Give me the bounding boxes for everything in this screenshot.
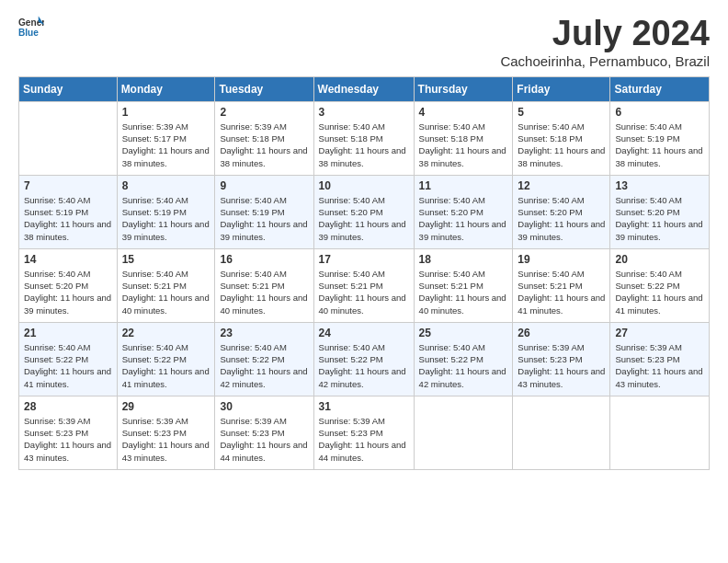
sunrise-text: Sunrise: 5:40 AM bbox=[220, 342, 286, 352]
calendar-cell bbox=[19, 101, 118, 175]
daylight-text: Daylight: 11 hours and 39 minutes. bbox=[615, 219, 702, 241]
sunset-text: Sunset: 5:18 PM bbox=[319, 133, 383, 144]
day-number: 14 bbox=[24, 253, 112, 266]
day-number: 11 bbox=[419, 179, 508, 192]
sunrise-text: Sunrise: 5:40 AM bbox=[419, 121, 485, 132]
calendar-cell: 6 Sunrise: 5:40 AM Sunset: 5:19 PM Dayli… bbox=[610, 101, 710, 175]
daylight-text: Daylight: 11 hours and 41 minutes. bbox=[615, 293, 702, 315]
day-number: 12 bbox=[518, 179, 605, 192]
sunrise-text: Sunrise: 5:40 AM bbox=[319, 269, 385, 279]
day-info: Sunrise: 5:39 AM Sunset: 5:17 PM Dayligh… bbox=[122, 121, 210, 169]
sunset-text: Sunset: 5:22 PM bbox=[419, 354, 483, 364]
sunset-text: Sunset: 5:21 PM bbox=[122, 281, 187, 291]
day-number: 21 bbox=[24, 327, 112, 339]
daylight-text: Daylight: 11 hours and 39 minutes. bbox=[24, 293, 111, 315]
sunset-text: Sunset: 5:22 PM bbox=[319, 354, 383, 364]
daylight-text: Daylight: 11 hours and 42 minutes. bbox=[419, 366, 506, 388]
sunset-text: Sunset: 5:23 PM bbox=[615, 354, 679, 364]
calendar-cell: 9 Sunrise: 5:40 AM Sunset: 5:19 PM Dayli… bbox=[215, 175, 313, 248]
day-info: Sunrise: 5:39 AM Sunset: 5:23 PM Dayligh… bbox=[518, 341, 605, 390]
day-info: Sunrise: 5:39 AM Sunset: 5:23 PM Dayligh… bbox=[615, 341, 704, 390]
daylight-text: Daylight: 11 hours and 41 minutes. bbox=[122, 366, 210, 388]
logo: General Blue bbox=[18, 15, 44, 40]
calendar-cell: 5 Sunrise: 5:40 AM Sunset: 5:18 PM Dayli… bbox=[513, 101, 610, 175]
sunset-text: Sunset: 5:18 PM bbox=[419, 133, 483, 144]
sunset-text: Sunset: 5:23 PM bbox=[122, 428, 187, 438]
col-friday: Friday bbox=[513, 76, 610, 101]
daylight-text: Daylight: 11 hours and 38 minutes. bbox=[518, 145, 605, 167]
sunrise-text: Sunrise: 5:39 AM bbox=[220, 416, 286, 426]
sunrise-text: Sunrise: 5:39 AM bbox=[122, 121, 188, 132]
sunrise-text: Sunrise: 5:40 AM bbox=[24, 269, 90, 279]
day-number: 23 bbox=[220, 327, 308, 339]
daylight-text: Daylight: 11 hours and 43 minutes. bbox=[518, 366, 605, 388]
sunrise-text: Sunrise: 5:40 AM bbox=[24, 342, 90, 352]
sunset-text: Sunset: 5:22 PM bbox=[615, 281, 679, 291]
day-number: 26 bbox=[518, 327, 605, 339]
daylight-text: Daylight: 11 hours and 44 minutes. bbox=[220, 440, 307, 462]
day-info: Sunrise: 5:40 AM Sunset: 5:18 PM Dayligh… bbox=[518, 121, 605, 169]
day-number: 9 bbox=[220, 179, 308, 192]
calendar-cell: 17 Sunrise: 5:40 AM Sunset: 5:21 PM Dayl… bbox=[313, 248, 414, 322]
day-number: 19 bbox=[518, 253, 605, 266]
daylight-text: Daylight: 11 hours and 38 minutes. bbox=[319, 145, 406, 167]
day-info: Sunrise: 5:40 AM Sunset: 5:21 PM Dayligh… bbox=[122, 268, 210, 316]
sunset-text: Sunset: 5:21 PM bbox=[319, 281, 383, 291]
sunset-text: Sunset: 5:18 PM bbox=[518, 133, 582, 144]
sunrise-text: Sunrise: 5:39 AM bbox=[220, 121, 286, 132]
sunrise-text: Sunrise: 5:40 AM bbox=[319, 342, 385, 352]
calendar-cell: 26 Sunrise: 5:39 AM Sunset: 5:23 PM Dayl… bbox=[513, 322, 610, 396]
day-info: Sunrise: 5:40 AM Sunset: 5:22 PM Dayligh… bbox=[615, 268, 704, 316]
daylight-text: Daylight: 11 hours and 41 minutes. bbox=[24, 366, 111, 388]
sunset-text: Sunset: 5:21 PM bbox=[518, 281, 582, 291]
sunset-text: Sunset: 5:22 PM bbox=[220, 354, 284, 364]
daylight-text: Daylight: 11 hours and 39 minutes. bbox=[220, 219, 307, 241]
day-number: 3 bbox=[319, 106, 409, 119]
day-number: 22 bbox=[122, 327, 210, 339]
calendar-cell: 10 Sunrise: 5:40 AM Sunset: 5:20 PM Dayl… bbox=[313, 175, 414, 248]
calendar-cell: 20 Sunrise: 5:40 AM Sunset: 5:22 PM Dayl… bbox=[610, 248, 710, 322]
day-info: Sunrise: 5:40 AM Sunset: 5:19 PM Dayligh… bbox=[615, 121, 704, 169]
calendar-cell: 8 Sunrise: 5:40 AM Sunset: 5:19 PM Dayli… bbox=[117, 175, 215, 248]
calendar-cell bbox=[610, 396, 710, 469]
day-number: 7 bbox=[24, 179, 112, 192]
daylight-text: Daylight: 11 hours and 39 minutes. bbox=[122, 219, 210, 241]
day-info: Sunrise: 5:40 AM Sunset: 5:22 PM Dayligh… bbox=[24, 341, 112, 390]
day-info: Sunrise: 5:40 AM Sunset: 5:22 PM Dayligh… bbox=[419, 341, 508, 390]
daylight-text: Daylight: 11 hours and 42 minutes. bbox=[319, 366, 406, 388]
daylight-text: Daylight: 11 hours and 41 minutes. bbox=[518, 293, 605, 315]
calendar-cell: 4 Sunrise: 5:40 AM Sunset: 5:18 PM Dayli… bbox=[414, 101, 513, 175]
sunrise-text: Sunrise: 5:40 AM bbox=[122, 342, 188, 352]
svg-text:Blue: Blue bbox=[18, 28, 39, 38]
sunrise-text: Sunrise: 5:40 AM bbox=[122, 195, 188, 205]
daylight-text: Daylight: 11 hours and 40 minutes. bbox=[419, 293, 506, 315]
calendar-cell: 31 Sunrise: 5:39 AM Sunset: 5:23 PM Dayl… bbox=[313, 396, 414, 469]
calendar-cell: 21 Sunrise: 5:40 AM Sunset: 5:22 PM Dayl… bbox=[19, 322, 118, 396]
day-info: Sunrise: 5:40 AM Sunset: 5:21 PM Dayligh… bbox=[319, 268, 409, 316]
day-number: 31 bbox=[319, 400, 409, 413]
header: General Blue July 2024 Cachoeirinha, Per… bbox=[18, 15, 710, 69]
logo-icon: General Blue bbox=[18, 15, 44, 40]
day-number: 20 bbox=[615, 253, 704, 266]
title-area: July 2024 Cachoeirinha, Pernambuco, Braz… bbox=[500, 15, 710, 69]
calendar-cell: 2 Sunrise: 5:39 AM Sunset: 5:18 PM Dayli… bbox=[215, 101, 313, 175]
sunrise-text: Sunrise: 5:40 AM bbox=[220, 269, 286, 279]
day-info: Sunrise: 5:39 AM Sunset: 5:23 PM Dayligh… bbox=[220, 415, 308, 464]
sunset-text: Sunset: 5:22 PM bbox=[122, 354, 187, 364]
calendar-cell bbox=[414, 396, 513, 469]
sunrise-text: Sunrise: 5:40 AM bbox=[419, 342, 485, 352]
calendar-cell: 22 Sunrise: 5:40 AM Sunset: 5:22 PM Dayl… bbox=[117, 322, 215, 396]
daylight-text: Daylight: 11 hours and 40 minutes. bbox=[122, 293, 210, 315]
col-saturday: Saturday bbox=[610, 76, 710, 101]
sunset-text: Sunset: 5:20 PM bbox=[319, 207, 383, 217]
daylight-text: Daylight: 11 hours and 38 minutes. bbox=[24, 219, 111, 241]
sunrise-text: Sunrise: 5:40 AM bbox=[122, 269, 188, 279]
sunset-text: Sunset: 5:23 PM bbox=[319, 428, 383, 438]
sunset-text: Sunset: 5:19 PM bbox=[24, 207, 88, 217]
day-number: 10 bbox=[319, 179, 409, 192]
calendar-cell: 30 Sunrise: 5:39 AM Sunset: 5:23 PM Dayl… bbox=[215, 396, 313, 469]
daylight-text: Daylight: 11 hours and 39 minutes. bbox=[419, 219, 506, 241]
col-wednesday: Wednesday bbox=[313, 76, 414, 101]
col-thursday: Thursday bbox=[414, 76, 513, 101]
day-number: 29 bbox=[122, 400, 210, 413]
